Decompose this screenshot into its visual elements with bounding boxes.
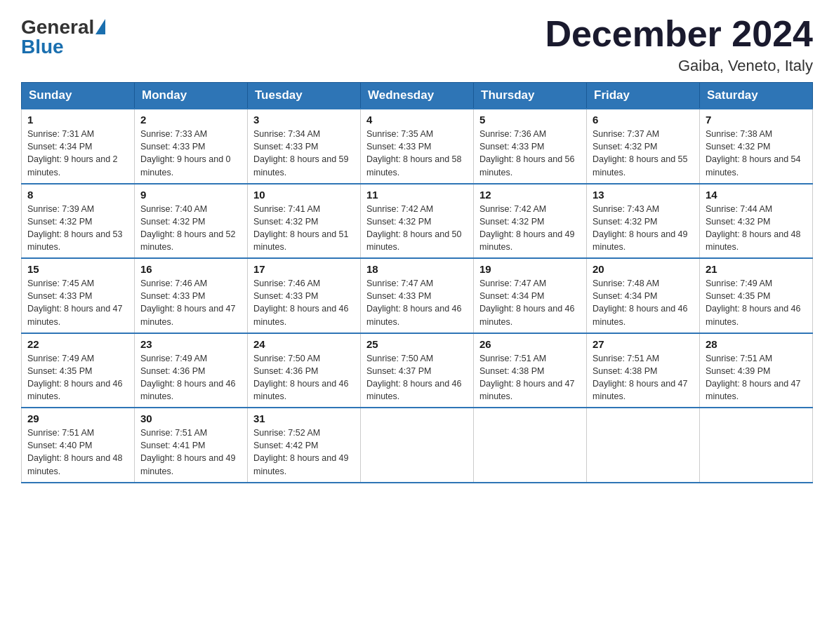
logo-general-text: General	[21, 18, 94, 37]
column-header-friday: Friday	[587, 83, 700, 109]
calendar-cell: 11Sunrise: 7:42 AMSunset: 4:32 PMDayligh…	[361, 184, 474, 259]
calendar-cell: 15Sunrise: 7:45 AMSunset: 4:33 PMDayligh…	[22, 258, 135, 333]
calendar-cell: 9Sunrise: 7:40 AMSunset: 4:32 PMDaylight…	[135, 184, 248, 259]
day-info: Sunrise: 7:47 AMSunset: 4:34 PMDaylight:…	[479, 277, 581, 328]
calendar-cell: 13Sunrise: 7:43 AMSunset: 4:32 PMDayligh…	[587, 184, 700, 259]
calendar-cell: 2Sunrise: 7:33 AMSunset: 4:33 PMDaylight…	[135, 109, 248, 184]
day-number: 11	[366, 189, 468, 201]
calendar-cell: 6Sunrise: 7:37 AMSunset: 4:32 PMDaylight…	[587, 109, 700, 184]
day-info: Sunrise: 7:51 AMSunset: 4:39 PMDaylight:…	[706, 352, 807, 403]
day-info: Sunrise: 7:47 AMSunset: 4:33 PMDaylight:…	[366, 277, 468, 328]
calendar-cell: 3Sunrise: 7:34 AMSunset: 4:33 PMDaylight…	[248, 109, 361, 184]
day-number: 3	[253, 114, 355, 126]
day-number: 12	[479, 189, 581, 201]
column-header-monday: Monday	[135, 83, 248, 109]
day-info: Sunrise: 7:41 AMSunset: 4:32 PMDaylight:…	[253, 203, 355, 254]
day-info: Sunrise: 7:45 AMSunset: 4:33 PMDaylight:…	[27, 277, 128, 328]
day-number: 17	[253, 263, 355, 275]
day-number: 6	[593, 114, 694, 126]
calendar-cell: 14Sunrise: 7:44 AMSunset: 4:32 PMDayligh…	[700, 184, 813, 259]
day-info: Sunrise: 7:46 AMSunset: 4:33 PMDaylight:…	[253, 277, 355, 328]
day-info: Sunrise: 7:38 AMSunset: 4:32 PMDaylight:…	[706, 128, 807, 179]
day-number: 8	[27, 189, 128, 201]
calendar-table: SundayMondayTuesdayWednesdayThursdayFrid…	[21, 82, 813, 483]
calendar-cell: 25Sunrise: 7:50 AMSunset: 4:37 PMDayligh…	[361, 333, 474, 408]
week-row-4: 22Sunrise: 7:49 AMSunset: 4:35 PMDayligh…	[22, 333, 813, 408]
day-info: Sunrise: 7:49 AMSunset: 4:36 PMDaylight:…	[140, 352, 241, 403]
week-row-3: 15Sunrise: 7:45 AMSunset: 4:33 PMDayligh…	[22, 258, 813, 333]
column-header-wednesday: Wednesday	[361, 83, 474, 109]
day-number: 15	[27, 263, 128, 275]
day-info: Sunrise: 7:49 AMSunset: 4:35 PMDaylight:…	[27, 352, 128, 403]
calendar-cell: 28Sunrise: 7:51 AMSunset: 4:39 PMDayligh…	[700, 333, 813, 408]
day-info: Sunrise: 7:49 AMSunset: 4:35 PMDaylight:…	[706, 277, 807, 328]
calendar-cell: 18Sunrise: 7:47 AMSunset: 4:33 PMDayligh…	[361, 258, 474, 333]
column-header-saturday: Saturday	[700, 83, 813, 109]
day-number: 25	[366, 338, 468, 350]
logo-triangle-icon	[95, 19, 105, 34]
day-info: Sunrise: 7:34 AMSunset: 4:33 PMDaylight:…	[253, 128, 355, 179]
calendar-header-row: SundayMondayTuesdayWednesdayThursdayFrid…	[22, 83, 813, 109]
day-info: Sunrise: 7:51 AMSunset: 4:38 PMDaylight:…	[479, 352, 581, 403]
day-number: 23	[140, 338, 241, 350]
day-info: Sunrise: 7:42 AMSunset: 4:32 PMDaylight:…	[366, 203, 468, 254]
day-info: Sunrise: 7:48 AMSunset: 4:34 PMDaylight:…	[593, 277, 694, 328]
day-info: Sunrise: 7:51 AMSunset: 4:41 PMDaylight:…	[140, 427, 241, 478]
calendar-cell: 29Sunrise: 7:51 AMSunset: 4:40 PMDayligh…	[22, 408, 135, 483]
day-info: Sunrise: 7:51 AMSunset: 4:40 PMDaylight:…	[27, 427, 128, 478]
calendar-cell: 20Sunrise: 7:48 AMSunset: 4:34 PMDayligh…	[587, 258, 700, 333]
day-info: Sunrise: 7:39 AMSunset: 4:32 PMDaylight:…	[27, 203, 128, 254]
day-info: Sunrise: 7:52 AMSunset: 4:42 PMDaylight:…	[253, 427, 355, 478]
calendar-cell	[587, 408, 700, 483]
calendar-cell: 1Sunrise: 7:31 AMSunset: 4:34 PMDaylight…	[22, 109, 135, 184]
day-info: Sunrise: 7:31 AMSunset: 4:34 PMDaylight:…	[27, 128, 128, 179]
day-number: 27	[593, 338, 694, 350]
day-info: Sunrise: 7:46 AMSunset: 4:33 PMDaylight:…	[140, 277, 241, 328]
day-number: 5	[479, 114, 581, 126]
day-number: 14	[706, 189, 807, 201]
day-number: 18	[366, 263, 468, 275]
calendar-cell: 21Sunrise: 7:49 AMSunset: 4:35 PMDayligh…	[700, 258, 813, 333]
day-number: 28	[706, 338, 807, 350]
day-number: 2	[140, 114, 241, 126]
calendar-cell: 17Sunrise: 7:46 AMSunset: 4:33 PMDayligh…	[248, 258, 361, 333]
calendar-cell: 31Sunrise: 7:52 AMSunset: 4:42 PMDayligh…	[248, 408, 361, 483]
page-header: General Blue December 2024 Gaiba, Veneto…	[21, 14, 813, 75]
calendar-cell: 12Sunrise: 7:42 AMSunset: 4:32 PMDayligh…	[474, 184, 587, 259]
day-number: 10	[253, 189, 355, 201]
day-number: 20	[593, 263, 694, 275]
day-info: Sunrise: 7:37 AMSunset: 4:32 PMDaylight:…	[593, 128, 694, 179]
calendar-cell: 16Sunrise: 7:46 AMSunset: 4:33 PMDayligh…	[135, 258, 248, 333]
week-row-1: 1Sunrise: 7:31 AMSunset: 4:34 PMDaylight…	[22, 109, 813, 184]
day-number: 13	[593, 189, 694, 201]
day-number: 9	[140, 189, 241, 201]
week-row-5: 29Sunrise: 7:51 AMSunset: 4:40 PMDayligh…	[22, 408, 813, 483]
calendar-cell: 27Sunrise: 7:51 AMSunset: 4:38 PMDayligh…	[587, 333, 700, 408]
calendar-cell: 8Sunrise: 7:39 AMSunset: 4:32 PMDaylight…	[22, 184, 135, 259]
week-row-2: 8Sunrise: 7:39 AMSunset: 4:32 PMDaylight…	[22, 184, 813, 259]
title-block: December 2024 Gaiba, Veneto, Italy	[545, 14, 813, 75]
day-info: Sunrise: 7:36 AMSunset: 4:33 PMDaylight:…	[479, 128, 581, 179]
calendar-cell: 7Sunrise: 7:38 AMSunset: 4:32 PMDaylight…	[700, 109, 813, 184]
calendar-cell: 24Sunrise: 7:50 AMSunset: 4:36 PMDayligh…	[248, 333, 361, 408]
day-number: 7	[706, 114, 807, 126]
day-info: Sunrise: 7:43 AMSunset: 4:32 PMDaylight:…	[593, 203, 694, 254]
calendar-cell: 26Sunrise: 7:51 AMSunset: 4:38 PMDayligh…	[474, 333, 587, 408]
day-info: Sunrise: 7:35 AMSunset: 4:33 PMDaylight:…	[366, 128, 468, 179]
day-number: 24	[253, 338, 355, 350]
logo: General Blue	[21, 18, 105, 57]
day-info: Sunrise: 7:51 AMSunset: 4:38 PMDaylight:…	[593, 352, 694, 403]
day-info: Sunrise: 7:50 AMSunset: 4:37 PMDaylight:…	[366, 352, 468, 403]
day-info: Sunrise: 7:40 AMSunset: 4:32 PMDaylight:…	[140, 203, 241, 254]
day-number: 26	[479, 338, 581, 350]
day-number: 29	[27, 412, 128, 424]
day-info: Sunrise: 7:33 AMSunset: 4:33 PMDaylight:…	[140, 128, 241, 179]
day-number: 1	[27, 114, 128, 126]
calendar-cell: 5Sunrise: 7:36 AMSunset: 4:33 PMDaylight…	[474, 109, 587, 184]
location-text: Gaiba, Veneto, Italy	[545, 57, 813, 75]
day-number: 22	[27, 338, 128, 350]
day-number: 16	[140, 263, 241, 275]
day-number: 4	[366, 114, 468, 126]
calendar-cell	[361, 408, 474, 483]
column-header-tuesday: Tuesday	[248, 83, 361, 109]
